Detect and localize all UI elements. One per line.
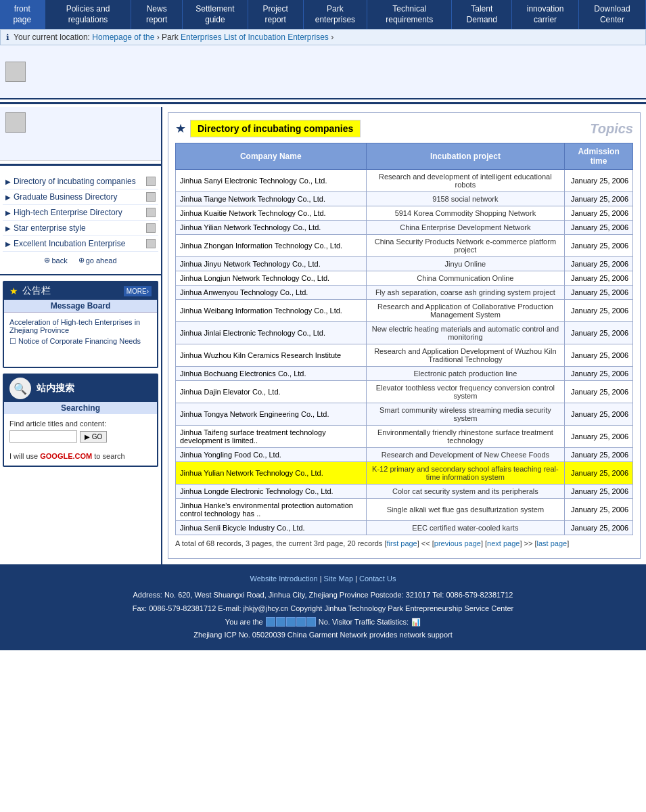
cell-project: Environmentally friendly rhinestone surf… bbox=[366, 426, 565, 448]
sidebar-logo bbox=[0, 107, 161, 161]
cell-company: Jinhua Anwenyou Technology Co., Ltd. bbox=[176, 286, 367, 300]
cell-project: Color cat security system and its periph… bbox=[366, 484, 565, 499]
table-row[interactable]: Jinhua Anwenyou Technology Co., Ltd.Fly … bbox=[176, 286, 633, 300]
breadcrumb-park: Park bbox=[162, 32, 179, 42]
table-row[interactable]: Jinhua Longde Electronic Technology Co.,… bbox=[176, 484, 633, 499]
table-row[interactable]: Jinhua Jinyu Network Technology Co., Ltd… bbox=[176, 257, 633, 271]
last-page-link[interactable]: last page bbox=[537, 539, 568, 547]
footer-contact[interactable]: Contact Us bbox=[359, 574, 396, 583]
cell-project: Research and Application of Collaborativ… bbox=[366, 300, 565, 322]
table-row[interactable]: Jinhua Kuaitie Network Technology Co., L… bbox=[176, 206, 633, 221]
search-title: 站内搜索 bbox=[37, 382, 74, 394]
cell-company: Jinhua Yulian Network Technology Co., Lt… bbox=[176, 462, 367, 484]
nav-back-forward: ⊕ back ⊕ go ahead bbox=[3, 252, 158, 269]
table-row[interactable]: Jinhua Tiange Network Technology Co., Lt… bbox=[176, 192, 633, 206]
table-row[interactable]: Jinhua Wuzhou Kiln Ceramics Research Ins… bbox=[176, 344, 633, 367]
mb-item-0[interactable]: Acceleration of High-tech Enterprises in… bbox=[9, 317, 152, 336]
footer-site-map[interactable]: Site Map bbox=[324, 574, 353, 583]
nav-technical[interactable]: Technical requirements bbox=[367, 0, 452, 29]
mb-item-1-check: ☐ bbox=[9, 337, 18, 345]
cell-date: January 25, 2006 bbox=[565, 381, 633, 403]
sidebar-item-dir-graduate[interactable]: ▶ Graduate Business Directory bbox=[3, 189, 158, 205]
cell-date: January 25, 2006 bbox=[565, 257, 633, 271]
table-row[interactable]: Jinhua Tongya Network Engineering Co., L… bbox=[176, 403, 633, 426]
mb-item-1[interactable]: ☐ Notice of Corporate Financing Needs bbox=[9, 336, 152, 347]
back-button[interactable]: ⊕ back bbox=[44, 256, 67, 265]
cell-company: Jinhua Sanyi Electronic Technology Co., … bbox=[176, 170, 367, 192]
table-row[interactable]: Jinhua Weibang Information Technology Co… bbox=[176, 300, 633, 322]
sidebar-menu: ▶ Directory of incubating companies ▶ Gr… bbox=[0, 168, 161, 275]
menu-item-label: High-tech Enterprise Directory bbox=[14, 208, 146, 217]
nav-park[interactable]: Park enterprises bbox=[304, 0, 368, 29]
go-button[interactable]: ▶ GO bbox=[80, 431, 107, 443]
forward-button[interactable]: ⊕ go ahead bbox=[78, 256, 117, 265]
menu-item-label: Graduate Business Directory bbox=[14, 192, 146, 202]
table-row[interactable]: Jinhua Bochuang Electronics Co., Ltd.Ele… bbox=[176, 367, 633, 381]
nav-front-page[interactable]: front page bbox=[0, 0, 45, 29]
cell-date: January 25, 2006 bbox=[565, 206, 633, 221]
breadcrumb: ℹ Your current location: Homepage of the… bbox=[0, 29, 646, 45]
next-page-link[interactable]: next page bbox=[487, 539, 520, 547]
content-wrapper: ★ Directory of incubating companies Topi… bbox=[168, 112, 641, 559]
cell-date: January 25, 2006 bbox=[565, 344, 633, 367]
cell-date: January 25, 2006 bbox=[565, 521, 633, 535]
cell-date: January 25, 2006 bbox=[565, 499, 633, 521]
table-row[interactable]: Jinhua Zhongan Information Technology Co… bbox=[176, 235, 633, 257]
footer-website-intro[interactable]: Website Introduction bbox=[250, 574, 318, 583]
sidebar-item-excellent[interactable]: ▶ Excellent Incubation Enterprise bbox=[3, 236, 158, 252]
nav-talent[interactable]: Talent Demand bbox=[452, 0, 512, 29]
table-row[interactable]: Jinhua Dajin Elevator Co., Ltd.Elevator … bbox=[176, 381, 633, 403]
cell-company: Jinhua Tiange Network Technology Co., Lt… bbox=[176, 192, 367, 206]
cell-company: Jinhua Jinlai Electronic Technology Co.,… bbox=[176, 322, 367, 344]
table-row[interactable]: Jinhua Yilian Network Technology Co., Lt… bbox=[176, 221, 633, 235]
cell-company: Jinhua Yilian Network Technology Co., Lt… bbox=[176, 221, 367, 235]
cell-company: Jinhua Senli Bicycle Industry Co., Ltd. bbox=[176, 521, 367, 535]
search-header: 🔍 站内搜索 bbox=[4, 375, 157, 402]
cell-project: Fly ash separation, coarse ash grinding … bbox=[366, 286, 565, 300]
cell-project: 5914 Korea Commodity Shopping Network bbox=[366, 206, 565, 221]
arrow-icon: ▶ bbox=[5, 225, 11, 232]
cell-company: Jinhua Taifeng surface treatment technol… bbox=[176, 426, 367, 448]
cell-company: Jinhua Dajin Elevator Co., Ltd. bbox=[176, 381, 367, 403]
table-row[interactable]: Jinhua Yongling Food Co., Ltd.Research a… bbox=[176, 448, 633, 462]
cell-date: January 25, 2006 bbox=[565, 322, 633, 344]
cell-date: January 25, 2006 bbox=[565, 462, 633, 484]
search-label: Find article titles and content: bbox=[9, 420, 152, 428]
sidebar-item-dir-hightech[interactable]: ▶ High-tech Enterprise Directory bbox=[3, 205, 158, 221]
arrow-icon: ▶ bbox=[5, 209, 11, 217]
nav-news[interactable]: News report bbox=[131, 0, 183, 29]
nav-download[interactable]: Download Center bbox=[579, 0, 646, 29]
cell-project: Research and development of intelligent … bbox=[366, 170, 565, 192]
sidebar: ▶ Directory of incubating companies ▶ Gr… bbox=[0, 107, 162, 564]
table-row[interactable]: Jinhua Taifeng surface treatment technol… bbox=[176, 426, 633, 448]
breadcrumb-link[interactable]: Enterprises List of Incubation Enterpris… bbox=[181, 32, 329, 42]
info-icon: ℹ bbox=[6, 32, 9, 42]
table-row[interactable]: Jinhua Longjun Network Technology Co., L… bbox=[176, 271, 633, 286]
table-row[interactable]: Jinhua Jinlai Electronic Technology Co.,… bbox=[176, 322, 633, 344]
cell-project: Electronic patch production line bbox=[366, 367, 565, 381]
cell-date: January 25, 2006 bbox=[565, 235, 633, 257]
search-input[interactable] bbox=[9, 430, 77, 443]
nav-project[interactable]: Project report bbox=[248, 0, 304, 29]
breadcrumb-home[interactable]: Homepage of the bbox=[92, 32, 154, 42]
mb-more-button[interactable]: MORE› bbox=[124, 286, 152, 296]
sidebar-divider bbox=[0, 164, 161, 166]
cell-company: Jinhua Tongya Network Engineering Co., L… bbox=[176, 403, 367, 426]
google-link[interactable]: GOOGLE.COM bbox=[40, 452, 92, 460]
content-area: ★ Directory of incubating companies Topi… bbox=[162, 107, 646, 564]
nav-policies[interactable]: Policies and regulations bbox=[45, 0, 132, 29]
nav-innovation[interactable]: innovation carrier bbox=[512, 0, 579, 29]
nav-settlement[interactable]: Settlement guide bbox=[183, 0, 248, 29]
first-page-link[interactable]: first page bbox=[386, 539, 417, 547]
section-star-icon: ★ bbox=[175, 121, 186, 136]
sidebar-item-dir-incubating[interactable]: ▶ Directory of incubating companies bbox=[3, 174, 158, 189]
sidebar-item-star[interactable]: ▶ Star enterprise style bbox=[3, 221, 158, 236]
table-row[interactable]: Jinhua Senli Bicycle Industry Co., Ltd.E… bbox=[176, 521, 633, 535]
table-row[interactable]: Jinhua Sanyi Electronic Technology Co., … bbox=[176, 170, 633, 192]
table-row[interactable]: Jinhua Yulian Network Technology Co., Lt… bbox=[176, 462, 633, 484]
prev-page-link[interactable]: previous page bbox=[434, 539, 481, 547]
search-icon: 🔍 bbox=[9, 378, 31, 399]
table-row[interactable]: Jinhua Hanke's environmental protection … bbox=[176, 499, 633, 521]
message-board: ★ 公告栏 MORE› Message Board Acceleration o… bbox=[3, 281, 158, 368]
cell-company: Jinhua Jinyu Network Technology Co., Ltd… bbox=[176, 257, 367, 271]
